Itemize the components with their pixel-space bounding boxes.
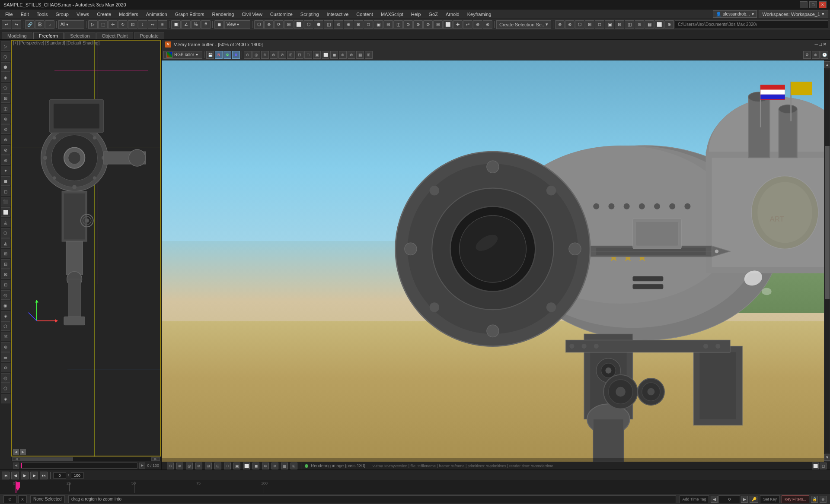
- left-tool-4[interactable]: ◈: [1, 73, 10, 82]
- left-tool-23[interactable]: ⊠: [1, 269, 10, 279]
- align-btn[interactable]: ≡: [158, 20, 167, 29]
- left-tool-10[interactable]: ⊗: [1, 135, 10, 144]
- vray-btn-4[interactable]: ⊗: [270, 51, 278, 59]
- user-info[interactable]: 👤 alessandrob... ▾: [713, 10, 757, 18]
- vray-bottom-btn-13[interactable]: ▦: [281, 463, 288, 469]
- workspace-btn[interactable]: Workspaces: Workspace_1 ▾: [759, 10, 828, 18]
- left-tool-27[interactable]: ◈: [1, 311, 10, 320]
- tb-btn-24[interactable]: ⊗: [483, 20, 492, 29]
- timeline-play-btn[interactable]: ▶: [21, 472, 29, 479]
- vray-bottom-btn-2[interactable]: ⊕: [176, 463, 183, 469]
- left-tool-1[interactable]: ▷: [1, 41, 10, 51]
- close-btn[interactable]: ✕: [819, 1, 827, 8]
- tb-btn-23[interactable]: ⊕: [473, 20, 482, 29]
- vray-settings-btn[interactable]: ⚙: [803, 51, 811, 59]
- nav-left[interactable]: ◀: [13, 449, 19, 455]
- tab-object-paint[interactable]: Object Paint: [96, 32, 134, 39]
- tab-modeling[interactable]: Modeling: [2, 32, 32, 39]
- left-tool-32[interactable]: ⊘: [1, 363, 10, 372]
- timeline-start-btn[interactable]: ⏮: [2, 472, 10, 479]
- vray-resize-2[interactable]: ◻: [820, 463, 827, 469]
- vray-bottom-btn-12[interactable]: ⊗: [271, 463, 278, 469]
- vray-history-btn[interactable]: 🕐: [820, 51, 828, 59]
- percent-snap-btn[interactable]: %: [191, 20, 201, 29]
- vray-btn-2[interactable]: ◎: [252, 51, 260, 59]
- left-tool-24[interactable]: ⊡: [1, 280, 10, 289]
- tb-btn-4[interactable]: ⊞: [284, 20, 294, 29]
- tb-btn-15[interactable]: ◫: [393, 20, 403, 29]
- tb-btn-9[interactable]: ⊙: [334, 20, 343, 29]
- tb-btn-3[interactable]: ⟳: [274, 20, 284, 29]
- tb-extra-6[interactable]: ▣: [605, 20, 614, 29]
- maximize-btn[interactable]: □: [809, 1, 817, 8]
- tb-btn-16[interactable]: ⊙: [403, 20, 413, 29]
- playback-btn-1[interactable]: 🔒: [811, 496, 818, 503]
- snap-btn[interactable]: 🔲: [171, 20, 181, 29]
- tb-btn-6[interactable]: ⬡: [304, 20, 313, 29]
- frame-range-prev[interactable]: ◀: [711, 496, 718, 503]
- left-tool-2[interactable]: ⬡: [1, 52, 10, 61]
- vray-bottom-btn-4[interactable]: ⊗: [195, 463, 202, 469]
- vray-btn-14[interactable]: ▦: [356, 51, 364, 59]
- set-key-btn[interactable]: Set Key: [760, 495, 780, 503]
- left-tool-7[interactable]: ◫: [1, 104, 10, 113]
- vray-btn-1[interactable]: ⊙: [244, 51, 252, 59]
- tb-btn-12[interactable]: □: [364, 20, 373, 29]
- menu-civil-view[interactable]: Civil View: [238, 11, 265, 18]
- menu-scripting[interactable]: Scripting: [297, 11, 322, 18]
- viewport-scrollbar[interactable]: ◀ ▶: [11, 456, 161, 461]
- left-tool-12[interactable]: ⊛: [1, 155, 10, 165]
- vray-bottom-btn-8[interactable]: ▣: [233, 463, 240, 469]
- menu-keyframing[interactable]: Keyframing: [464, 11, 495, 18]
- menu-content[interactable]: Content: [353, 11, 377, 18]
- left-tool-25[interactable]: ◎: [1, 290, 10, 300]
- tb-extra-11[interactable]: ⬜: [654, 20, 664, 29]
- left-tool-14[interactable]: ◼: [1, 176, 10, 186]
- vray-btn-8[interactable]: □: [304, 51, 312, 59]
- vray-close[interactable]: ✕: [823, 41, 827, 47]
- menu-create[interactable]: Create: [93, 11, 115, 18]
- tb-btn-21[interactable]: ✚: [453, 20, 463, 29]
- nav-right[interactable]: ▶: [20, 449, 26, 455]
- tb-extra-10[interactable]: ▦: [645, 20, 654, 29]
- vray-resize-1[interactable]: ⬜: [812, 463, 819, 469]
- left-tool-6[interactable]: ⊞: [1, 93, 10, 103]
- left-tool-13[interactable]: ✦: [1, 166, 10, 175]
- menu-modifiers[interactable]: Modifiers: [115, 11, 142, 18]
- tb-extra-4[interactable]: ⊞: [585, 20, 594, 29]
- left-tool-26[interactable]: ◉: [1, 301, 10, 310]
- left-tool-31[interactable]: ☰: [1, 352, 10, 362]
- menu-goz[interactable]: GoZ: [425, 11, 441, 18]
- left-tool-34[interactable]: ⬠: [1, 384, 10, 393]
- next-frame-btn[interactable]: ▶: [139, 463, 145, 469]
- menu-maxscript[interactable]: MAXScript: [377, 11, 407, 18]
- tb-extra-5[interactable]: □: [595, 20, 604, 29]
- left-tool-15[interactable]: ◻: [1, 187, 10, 196]
- tb-btn-7[interactable]: ⬢: [314, 20, 323, 29]
- vray-bottom-btn-11[interactable]: ⊕: [262, 463, 269, 469]
- tb-extra-1[interactable]: ⊕: [555, 20, 565, 29]
- tab-populate[interactable]: Populate: [134, 32, 164, 39]
- menu-tools[interactable]: Tools: [33, 11, 51, 18]
- timeline-prev-btn[interactable]: ◀: [11, 472, 19, 479]
- create-selection-btn[interactable]: Create Selection Se... ▾: [496, 20, 551, 29]
- spinner-snap-btn[interactable]: #: [201, 20, 211, 29]
- vray-btn-9[interactable]: ▣: [313, 51, 321, 59]
- left-tool-29[interactable]: ⌘: [1, 332, 10, 341]
- left-tool-11[interactable]: ⊘: [1, 145, 10, 155]
- animation-key-btn[interactable]: 🔑: [750, 496, 758, 503]
- color-mode-dropdown[interactable]: RGB color ▾: [163, 51, 202, 59]
- bind-btn[interactable]: ○: [45, 20, 54, 29]
- move-btn[interactable]: ✛: [108, 20, 118, 29]
- menu-animation[interactable]: Animation: [143, 11, 171, 18]
- tb-btn-17[interactable]: ⊗: [413, 20, 423, 29]
- menu-customize[interactable]: Customize: [267, 11, 296, 18]
- undo-btn[interactable]: ↩: [2, 20, 11, 29]
- view-dropdown[interactable]: View ▾: [224, 20, 250, 29]
- tb-extra-9[interactable]: ⊙: [635, 20, 644, 29]
- scale-btn[interactable]: ⊡: [128, 20, 137, 29]
- unlink-btn[interactable]: ⛓: [35, 20, 45, 29]
- vray-save-btn[interactable]: 💾: [206, 51, 214, 59]
- left-tool-5[interactable]: ⬠: [1, 83, 10, 92]
- select-filter-dropdown[interactable]: All ▾: [58, 20, 84, 29]
